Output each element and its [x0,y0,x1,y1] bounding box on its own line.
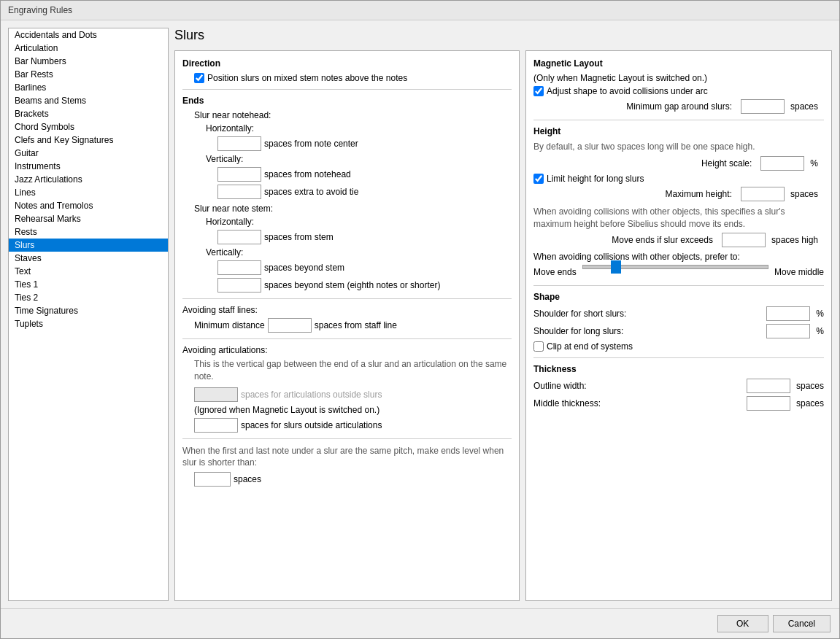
middle-thickness-label: Middle thickness: [533,398,744,408]
sidebar-item-brackets[interactable]: Brackets [9,107,168,120]
clip-checkbox[interactable] [533,341,544,352]
clip-row: Clip at end of systems [533,341,824,352]
vert-stem-input2[interactable]: 0.25 [217,278,261,293]
ignored-magnetic-label: (Ignored when Magnetic Layout is switche… [194,405,379,415]
ignored-magnetic-row: (Ignored when Magnetic Layout is switche… [194,405,512,415]
max-height-row: Maximum height: 3 spaces [533,187,824,201]
vert-notehead-input2[interactable]: 0.41 [217,185,261,199]
min-distance-row: Minimum distance 0.5 spaces from staff l… [194,318,512,333]
sidebar-item-notes-and-tremolos[interactable]: Notes and Tremolos [9,199,168,212]
sidebar-item-text[interactable]: Text [9,265,168,278]
vert-label2-row: Vertically: [206,247,512,257]
sidebar-item-time-signatures[interactable]: Time Signatures [9,304,168,317]
limit-height-checkbox[interactable] [533,174,544,184]
shoulder-long-unit: % [816,326,824,336]
sidebar-item-jazz-articulations[interactable]: Jazz Articulations [9,173,168,186]
slur-stem-row: Slur near note stem: [194,204,512,214]
make-ends-input[interactable]: 10 [194,472,231,487]
adjust-shape-checkbox[interactable] [533,86,544,96]
sidebar-item-bar-numbers[interactable]: Bar Numbers [9,55,168,68]
slider-row: Move ends Move middle [533,265,824,279]
main-content: Slurs Direction Position slurs on mixed … [174,28,832,601]
direction-checkbox-row: Position slurs on mixed stem notes above… [194,73,512,83]
vert-stem-unit1: spaces beyond stem [264,263,344,273]
vert-stem-unit2: spaces beyond stem (eighth notes or shor… [264,280,440,290]
sidebar-item-bar-rests[interactable]: Bar Rests [9,68,168,81]
vert-stem-input1[interactable]: -0.25 [217,260,261,275]
vert-notehead-input1[interactable]: 0.41 [217,167,261,182]
avoiding-articulations-desc: This is the vertical gap between the end… [194,358,512,383]
vert-notehead-unit2: spaces extra to avoid tie [264,187,358,197]
sidebar-item-ties-2[interactable]: Ties 2 [9,291,168,304]
sidebar-item-clefs-and-key-signatures[interactable]: Clefs and Key Signatures [9,133,168,147]
spaces-outside-slurs-input[interactable]: 0.91 [194,387,238,402]
min-gap-row: Minimum gap around slurs: 0.16 spaces [533,99,824,114]
sidebar-item-tuplets[interactable]: Tuplets [9,317,168,330]
sidebar-item-instruments[interactable]: Instruments [9,160,168,173]
collision-desc1: When avoiding collisions with other obje… [533,206,824,231]
page-title: Slurs [174,28,832,46]
spaces-outside-slurs-row: 0.91 spaces for articulations outside sl… [194,387,512,402]
magnetic-layout-note: (Only when Magnetic Layout is switched o… [533,73,707,83]
min-gap-input[interactable]: 0.16 [741,99,785,114]
sidebar-item-accidentals-and-dots[interactable]: Accidentals and Dots [9,28,168,42]
sidebar-item-staves[interactable]: Staves [9,252,168,265]
sidebar-item-rests[interactable]: Rests [9,225,168,239]
cancel-button[interactable]: Cancel [773,615,831,632]
horiz-label1-row: Horizontally: [206,123,512,133]
slider-track [582,265,768,269]
horiz-notehead-unit: spaces from note center [264,139,358,149]
horiz-stem-input[interactable]: 0.38 [217,230,261,244]
slur-notehead-row: Slur near notehead: [194,110,512,120]
vert-label1-row: Vertically: [206,154,512,164]
limit-height-row: Limit height for long slurs [533,174,824,184]
sidebar-item-articulation[interactable]: Articulation [9,42,168,55]
height-section-title: Height [533,126,824,136]
vert-notehead-row2: 0.41 spaces extra to avoid tie [217,185,512,199]
move-ends-row: Move ends if slur exceeds 5 spaces high [533,233,824,247]
sidebar-item-barlines[interactable]: Barlines [9,81,168,94]
magnetic-layout-title: Magnetic Layout [533,58,824,69]
outline-width-input[interactable]: 0.06 [747,379,790,393]
slider-thumb[interactable] [611,260,621,274]
horiz-label2-row: Horizontally: [206,217,512,227]
middle-thickness-input[interactable]: 0.16 [747,396,790,411]
avoiding-articulations-row: Avoiding articulations: [182,345,512,355]
vert-stem-row2: 0.25 spaces beyond stem (eighth notes or… [217,278,512,293]
height-scale-input[interactable]: 100 [760,156,804,171]
slider-container [582,265,768,279]
sidebar-item-lines[interactable]: Lines [9,186,168,199]
thickness-section-title: Thickness [533,364,824,374]
horiz-notehead-row: 0.16 spaces from note center [217,136,512,151]
sidebar-item-slurs[interactable]: Slurs [9,239,168,252]
shoulder-long-input[interactable]: 60 [766,324,810,338]
sidebar-item-guitar[interactable]: Guitar [9,147,168,160]
adjust-shape-label: Adjust shape to avoid collisions under a… [547,86,708,96]
avoiding-staff-lines-row: Avoiding staff lines: [182,305,512,315]
min-gap-unit: spaces [790,101,818,112]
right-panel: Magnetic Layout (Only when Magnetic Layo… [525,50,832,601]
prefer-label-row: When avoiding collisions with other obje… [533,252,824,262]
sidebar-item-chord-symbols[interactable]: Chord Symbols [9,120,168,133]
horiz-stem-row: 0.38 spaces from stem [217,230,512,244]
make-ends-desc: When the first and last note under a slu… [182,445,512,470]
vert-stem-row1: -0.25 spaces beyond stem [217,260,512,275]
middle-thickness-unit: spaces [796,398,824,408]
max-height-input[interactable]: 3 [741,187,785,201]
position-slurs-checkbox[interactable] [194,73,204,83]
slur-stem-label: Slur near note stem: [194,204,273,214]
sidebar-item-rehearsal-marks[interactable]: Rehearsal Marks [9,212,168,225]
spaces-slurs-outside-input[interactable]: 0.35 [194,418,238,433]
outline-width-row: Outline width: 0.06 spaces [533,379,824,393]
sidebar-item-beams-and-stems[interactable]: Beams and Stems [9,94,168,107]
sidebar-item-ties-1[interactable]: Ties 1 [9,278,168,291]
shoulder-short-input[interactable]: 40 [766,306,810,321]
min-gap-label: Minimum gap around slurs: [626,101,732,112]
dialog-title: Engraving Rules [1,1,839,20]
spaces-slurs-outside-row: 0.35 spaces for slurs outside articulati… [194,418,512,433]
move-ends-input[interactable]: 5 [722,233,766,247]
ok-button[interactable]: OK [717,615,768,632]
min-distance-input[interactable]: 0.5 [268,318,312,333]
horiz-notehead-input[interactable]: 0.16 [217,136,261,151]
vertically-label2: Vertically: [206,247,243,257]
